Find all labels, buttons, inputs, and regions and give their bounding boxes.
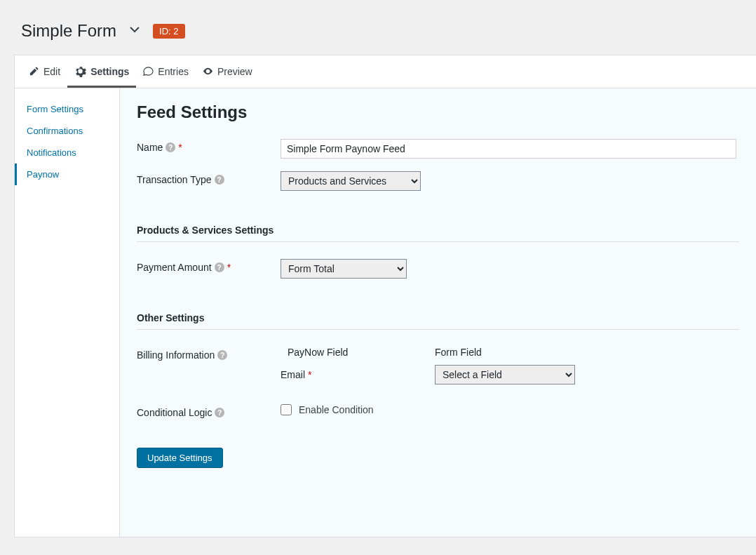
preview-icon	[203, 66, 213, 76]
tab-edit[interactable]: Edit	[22, 55, 67, 88]
form-id-badge: ID: 2	[153, 24, 184, 39]
sidebar-item-confirmations[interactable]: Confirmations	[15, 120, 119, 142]
name-label: Name ? *	[137, 139, 281, 153]
update-settings-button[interactable]: Update Settings	[137, 448, 223, 468]
tab-entries-label: Entries	[158, 66, 189, 77]
billing-info-label: Billing Information ?	[137, 347, 281, 361]
transaction-type-select[interactable]: Products and Services	[281, 171, 421, 191]
tab-settings-label: Settings	[90, 66, 129, 77]
help-icon[interactable]: ?	[215, 175, 224, 185]
edit-icon	[29, 66, 39, 76]
help-icon[interactable]: ?	[166, 142, 175, 152]
toolbar: Edit Settings Entries Preview	[14, 55, 756, 88]
enable-condition-checkbox[interactable]	[281, 404, 292, 415]
sidebar-item-notifications[interactable]: Notifications	[15, 142, 119, 163]
billing-email-label: Email *	[281, 369, 435, 380]
form-field-header: Form Field	[435, 347, 482, 358]
content-panel: Feed Settings Name ? * Transaction Type …	[120, 88, 756, 537]
help-icon[interactable]: ?	[217, 350, 227, 360]
transaction-type-label: Transaction Type ?	[137, 171, 281, 185]
other-section-heading: Other Settings	[137, 312, 739, 330]
required-marker: *	[308, 369, 311, 380]
products-section-heading: Products & Services Settings	[137, 225, 739, 242]
tab-entries[interactable]: Entries	[136, 55, 196, 88]
sidebar-item-form-settings[interactable]: Form Settings	[15, 98, 119, 120]
enable-condition-row[interactable]: Enable Condition	[281, 404, 739, 415]
payment-amount-select[interactable]: Form Total	[281, 259, 407, 279]
form-title: Simple Form	[21, 21, 116, 41]
tab-preview[interactable]: Preview	[196, 55, 259, 88]
required-marker: *	[227, 262, 231, 273]
paynow-field-header: PayNow Field	[281, 347, 435, 358]
name-input[interactable]	[281, 139, 736, 159]
tab-edit-label: Edit	[43, 66, 60, 77]
form-switcher-chevron-icon[interactable]	[129, 24, 140, 38]
required-marker: *	[178, 142, 182, 153]
settings-icon	[74, 65, 86, 77]
settings-sidebar: Form Settings Confirmations Notification…	[15, 88, 120, 537]
page-header: Simple Form ID: 2	[14, 14, 756, 55]
sidebar-item-paynow[interactable]: Paynow	[15, 163, 119, 185]
conditional-logic-label: Conditional Logic ?	[137, 404, 281, 418]
tab-preview-label: Preview	[217, 66, 252, 77]
payment-amount-label: Payment Amount ? *	[137, 259, 281, 273]
page-title: Feed Settings	[137, 102, 739, 122]
billing-email-select[interactable]: Select a Field	[435, 365, 575, 385]
tab-settings[interactable]: Settings	[67, 55, 136, 88]
help-icon[interactable]: ?	[215, 408, 224, 417]
entries-icon	[143, 66, 154, 76]
help-icon[interactable]: ?	[215, 262, 224, 272]
enable-condition-label: Enable Condition	[299, 404, 374, 415]
